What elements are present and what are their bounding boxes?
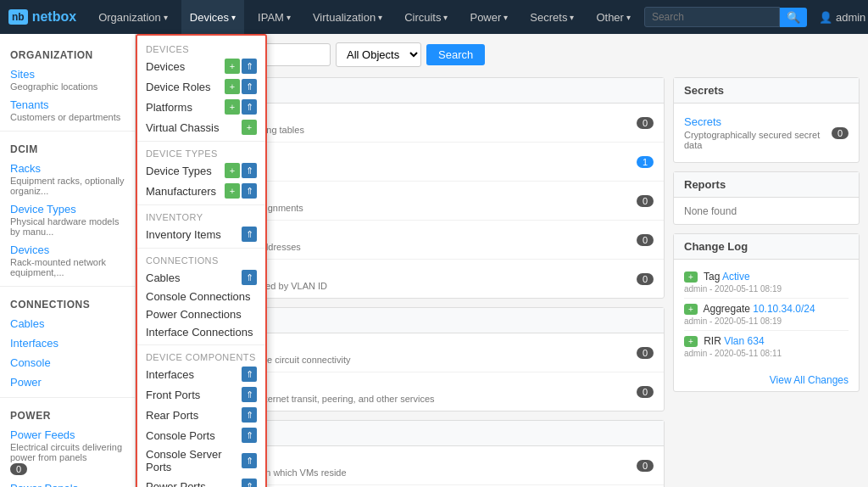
- dropdown-item-manufacturers[interactable]: Manufacturers + ⇑: [137, 181, 265, 201]
- sidebar-item-power-feeds[interactable]: Power Feeds Electrical circuits deliveri…: [0, 425, 135, 479]
- navbar-search-input[interactable]: [644, 7, 780, 27]
- dropdown-item-interfaces[interactable]: Interfaces ⇑: [137, 364, 265, 384]
- changelog-link-2[interactable]: 10.10.34.0/24: [753, 303, 815, 315]
- dropdown-item-devices[interactable]: Devices + ⇑: [137, 56, 265, 76]
- import-cables-button[interactable]: ⇑: [242, 270, 257, 285]
- search-scope-select[interactable]: All Objects: [336, 42, 421, 67]
- add-devices-button[interactable]: +: [225, 59, 240, 74]
- add-device-roles-button[interactable]: +: [225, 79, 240, 94]
- dropdown-item-console-server-ports[interactable]: Console Server Ports ⇑: [137, 445, 265, 476]
- import-inventory-items-button[interactable]: ⇑: [242, 227, 257, 242]
- changelog-meta-1: admin - 2020-05-11 08:19: [684, 284, 849, 294]
- dropdown-item-power-ports[interactable]: Power Ports ⇑: [137, 476, 265, 487]
- dropdown-item-device-types[interactable]: Device Types + ⇑: [137, 160, 265, 181]
- secrets-item: Secrets Cryptographically secured secret…: [684, 110, 849, 155]
- navbar-user[interactable]: 👤 admin ▾: [812, 11, 868, 24]
- nav-organization[interactable]: Organization ▾: [90, 0, 176, 34]
- username: admin: [836, 11, 865, 24]
- changelog-link-3[interactable]: Vlan 634: [724, 335, 764, 347]
- import-console-server-ports-button[interactable]: ⇑: [242, 453, 257, 468]
- sidebar-item-sites[interactable]: Sites Geographic locations: [0, 64, 135, 95]
- sidebar-item-interfaces[interactable]: Interfaces: [0, 333, 135, 353]
- sidebar-item-power[interactable]: Power: [0, 372, 135, 392]
- sidebar-link-racks[interactable]: Racks: [10, 162, 41, 175]
- navbar-search: 🔍: [644, 7, 807, 27]
- ipam-vlans-badge: 0: [637, 273, 654, 285]
- sidebar-link-power-panels[interactable]: Power Panels: [10, 482, 78, 487]
- sidebar-item-devices[interactable]: Devices Rack-mounted network equipment,.…: [0, 240, 135, 281]
- import-device-types-button[interactable]: ⇑: [242, 163, 257, 178]
- dropdown-section-devices-label: Devices: [137, 41, 265, 56]
- dropdown-item-power-ports-icons: ⇑: [242, 479, 257, 487]
- sidebar-link-console[interactable]: Console: [10, 356, 51, 369]
- sidebar-link-interfaces[interactable]: Interfaces: [10, 337, 58, 350]
- view-all-changes-link[interactable]: View All Changes: [760, 369, 859, 391]
- dropdown-item-interface-connections[interactable]: Interface Connections: [137, 323, 265, 341]
- sidebar-link-power[interactable]: Power: [10, 376, 42, 389]
- import-console-ports-button[interactable]: ⇑: [242, 428, 257, 443]
- add-platforms-button[interactable]: +: [225, 99, 240, 115]
- sidebar-link-power-feeds[interactable]: Power Feeds: [10, 428, 75, 441]
- dropdown-item-virtual-chassis[interactable]: Virtual Chassis +: [137, 117, 265, 137]
- sidebar-link-device-types[interactable]: Device Types: [10, 203, 76, 216]
- nav-virtualization[interactable]: Virtualization ▾: [304, 0, 391, 34]
- sidebar-item-console[interactable]: Console: [0, 353, 135, 372]
- add-device-types-button[interactable]: +: [225, 163, 240, 178]
- dropdown-item-device-roles[interactable]: Device Roles + ⇑: [137, 76, 265, 97]
- sidebar-sub-sites: Geographic locations: [10, 81, 125, 92]
- power-feeds-badge: 0: [10, 463, 27, 475]
- changelog-meta-3: admin - 2020-05-11 08:11: [684, 349, 849, 358]
- sidebar-item-cables[interactable]: Cables: [0, 314, 135, 333]
- import-interfaces-button[interactable]: ⇑: [242, 367, 257, 382]
- dropdown-item-power-ports-label: Power Ports: [146, 480, 206, 488]
- changelog-link-1[interactable]: Active: [722, 271, 750, 283]
- dropdown-item-platforms[interactable]: Platforms + ⇑: [137, 97, 265, 117]
- ipam-ip-addresses-badge: 0: [637, 234, 654, 246]
- dropdown-item-rear-ports-icons: ⇑: [242, 407, 257, 423]
- import-power-ports-button[interactable]: ⇑: [242, 479, 257, 487]
- dropdown-item-console-ports[interactable]: Console Ports ⇑: [137, 425, 265, 445]
- nav-ipam[interactable]: IPAM ▾: [249, 0, 299, 34]
- sidebar-item-tenants[interactable]: Tenants Customers or departments: [0, 95, 135, 126]
- sidebar-section-dcim: DCIM: [0, 137, 135, 159]
- nav-secrets[interactable]: Secrets ▾: [521, 0, 582, 34]
- secrets-link[interactable]: Secrets: [684, 115, 721, 128]
- dropdown-item-front-ports[interactable]: Front Ports ⇑: [137, 384, 265, 405]
- dropdown-item-rear-ports[interactable]: Rear Ports ⇑: [137, 405, 265, 425]
- sidebar-link-cables[interactable]: Cables: [10, 317, 44, 330]
- nav-other[interactable]: Other ▾: [587, 0, 639, 34]
- brand-logo[interactable]: nb netbox: [8, 9, 76, 25]
- import-platforms-button[interactable]: ⇑: [242, 99, 257, 115]
- sidebar-item-device-types[interactable]: Device Types Physical hardware models by…: [0, 199, 135, 240]
- dropdown-item-device-types-label: Device Types: [146, 165, 212, 177]
- search-button[interactable]: Search: [426, 44, 485, 65]
- nav-devices[interactable]: Devices ▾: [181, 0, 244, 34]
- dropdown-item-cables[interactable]: Cables ⇑: [137, 267, 265, 288]
- sidebar-item-racks[interactable]: Racks Equipment racks, optionally organi…: [0, 159, 135, 199]
- sidebar-link-tenants[interactable]: Tenants: [10, 98, 49, 111]
- add-manufacturers-button[interactable]: +: [225, 183, 240, 199]
- dropdown-item-cables-icons: ⇑: [242, 270, 257, 285]
- add-virtual-chassis-button[interactable]: +: [242, 120, 257, 135]
- dropdown-item-inventory-items[interactable]: Inventory Items ⇑: [137, 224, 265, 244]
- import-device-roles-button[interactable]: ⇑: [242, 79, 257, 94]
- sidebar-link-devices[interactable]: Devices: [10, 244, 49, 256]
- chevron-down-icon: ▾: [570, 13, 574, 22]
- changelog-prefix-3: RIR: [704, 335, 724, 347]
- main-container: Organization Sites Geographic locations …: [0, 34, 868, 487]
- nav-power[interactable]: Power ▾: [461, 0, 516, 34]
- nav-circuits[interactable]: Circuits ▾: [396, 0, 456, 34]
- dropdown-item-power-connections[interactable]: Power Connections: [137, 305, 265, 323]
- import-rear-ports-button[interactable]: ⇑: [242, 407, 257, 423]
- dropdown-item-console-connections[interactable]: Console Connections: [137, 288, 265, 305]
- import-front-ports-button[interactable]: ⇑: [242, 387, 257, 402]
- circuits-providers-badge: 0: [637, 347, 654, 359]
- import-devices-button[interactable]: ⇑: [242, 59, 257, 74]
- sidebar-item-power-panels[interactable]: Power Panels Electrical panels receiving…: [0, 479, 135, 487]
- navbar-search-button[interactable]: 🔍: [780, 8, 807, 27]
- dropdown-item-devices-icons: + ⇑: [225, 59, 257, 74]
- dropdown-section-device-types-label: Device Types: [137, 145, 265, 160]
- sidebar-link-sites[interactable]: Sites: [10, 68, 35, 81]
- changelog-badge-3: +: [684, 336, 698, 347]
- import-manufacturers-button[interactable]: ⇑: [242, 183, 257, 199]
